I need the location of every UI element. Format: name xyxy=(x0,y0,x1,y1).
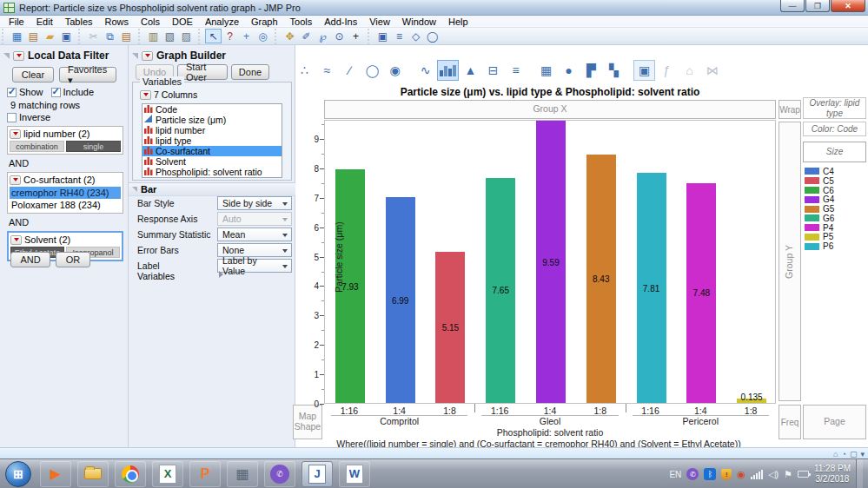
save-icon[interactable]: ▣ xyxy=(58,29,75,43)
home-status-icon[interactable]: ⌂ xyxy=(833,450,838,458)
and-button[interactable]: AND xyxy=(10,252,50,267)
menu-item-analyze[interactable]: Analyze xyxy=(199,16,245,28)
arrow-tool-icon[interactable]: ↖ xyxy=(205,29,222,43)
red-triangle-menu-icon[interactable] xyxy=(10,175,21,185)
calculator-icon[interactable]: ▦ xyxy=(227,461,258,487)
plot-area[interactable]: 7.936.995.157.659.598.437.817.480.135 xyxy=(324,120,776,404)
legend-item-c5[interactable]: C5 xyxy=(805,176,865,186)
red-triangle-menu-icon[interactable] xyxy=(10,235,22,245)
menu-item-rows[interactable]: Rows xyxy=(99,16,136,28)
show-desktop-button[interactable] xyxy=(856,459,863,488)
page-status-icon[interactable]: ▢ xyxy=(850,450,858,458)
annotate-text-icon[interactable]: ▣ xyxy=(374,29,391,43)
language-indicator[interactable]: EN xyxy=(669,470,681,479)
target-tool-icon[interactable]: ◎ xyxy=(255,29,271,43)
ellipse-icon[interactable]: ◯ xyxy=(361,60,383,81)
overlay-zone[interactable]: Overlay: lipid type xyxy=(803,97,866,119)
caption-box-icon[interactable]: ▣ xyxy=(633,60,655,81)
journal-save-icon[interactable]: ▨ xyxy=(178,29,195,43)
map-shape-icon[interactable]: ⌂ xyxy=(679,60,700,81)
lasso-tool-icon[interactable]: ℘ xyxy=(315,29,331,43)
menu-item-tools[interactable]: Tools xyxy=(284,16,319,28)
line-of-fit-icon[interactable]: ∕ xyxy=(339,60,361,81)
jmp-icon[interactable]: J xyxy=(301,461,333,487)
menu-item-edit[interactable]: Edit xyxy=(30,16,59,28)
start-over-button[interactable]: Start Over xyxy=(177,64,228,80)
inverse-checkbox[interactable] xyxy=(7,113,17,122)
or-button[interactable]: OR xyxy=(56,252,90,267)
map-shape-zone[interactable]: Map Shape xyxy=(293,405,322,439)
pie-chart-icon[interactable]: ● xyxy=(558,60,580,81)
smoother-icon[interactable]: ≈ xyxy=(316,60,338,81)
journal-page-icon[interactable]: ▥ xyxy=(145,29,162,43)
cut-icon[interactable]: ✂ xyxy=(85,29,102,43)
dropdown-label[interactable]: Label by Value xyxy=(217,259,292,273)
bar-section-header[interactable]: Bar xyxy=(129,182,295,196)
bar-g6[interactable]: 7.65 xyxy=(486,178,515,403)
mosaic-icon[interactable]: ▚ xyxy=(603,60,625,81)
group-y-zone[interactable]: Group Y xyxy=(779,122,801,401)
bar-c5[interactable]: 5.15 xyxy=(435,252,465,404)
excel-icon[interactable]: X xyxy=(152,461,183,487)
column-item-co-surfactant[interactable]: Co-surfactant xyxy=(142,146,282,156)
column-item-lipid-number[interactable]: lipid number xyxy=(142,125,282,135)
legend-item-c6[interactable]: C6 xyxy=(805,186,865,195)
contour-icon[interactable]: ◉ xyxy=(384,60,406,81)
menu-item-view[interactable]: View xyxy=(363,16,396,28)
grabber-tool-icon[interactable]: ✥ xyxy=(282,29,298,43)
menu-item-graph[interactable]: Graph xyxy=(245,16,284,28)
area-chart-icon[interactable]: ▲ xyxy=(460,60,481,81)
column-item-code[interactable]: Code xyxy=(142,104,282,115)
favorites-button[interactable]: Favorites ▾ xyxy=(59,67,116,82)
column-item-phospholipid--solvent-ratio[interactable]: Phospholipid: solvent ratio xyxy=(142,167,282,177)
filter-option-poloxamer-188--234-[interactable]: Poloxamer 188 (234) xyxy=(10,199,121,211)
red-triangle-menu-icon[interactable] xyxy=(140,90,151,100)
journal-bind-icon[interactable]: ▧ xyxy=(162,29,178,43)
heatmap-icon[interactable]: ▦ xyxy=(535,60,557,81)
legend-item-p6[interactable]: P6 xyxy=(805,241,865,251)
annotate-polygon-icon[interactable]: ◇ xyxy=(407,29,424,43)
menu-item-tables[interactable]: Tables xyxy=(59,16,99,28)
viber-icon[interactable]: ✆ xyxy=(264,461,295,487)
action-center-flag-icon[interactable]: ⚑ xyxy=(784,469,792,480)
dropdown-bar-style[interactable]: Side by side xyxy=(217,196,292,210)
copy-icon[interactable]: ⧉ xyxy=(102,29,118,43)
red-triangle-menu-icon[interactable] xyxy=(142,51,153,61)
annotate-line-icon[interactable]: ≡ xyxy=(391,29,407,43)
explorer-icon[interactable] xyxy=(77,461,109,487)
legend-item-p4[interactable]: P4 xyxy=(805,223,865,233)
include-checkbox[interactable] xyxy=(51,88,61,97)
red-triangle-menu-icon[interactable] xyxy=(10,129,21,139)
bar-g4[interactable]: 9.59 xyxy=(536,121,566,403)
viber-tray-icon[interactable]: ✆ xyxy=(686,468,699,480)
show-checkbox[interactable] xyxy=(7,88,17,97)
security-shield-icon[interactable]: ! xyxy=(721,469,732,480)
color-zone[interactable]: Color: Code xyxy=(803,122,866,136)
new-data-table-icon[interactable]: ▦ xyxy=(9,29,25,43)
restore-button[interactable]: ❐ xyxy=(805,0,830,12)
taskbar-clock[interactable]: 11:28 PM3/2/2018 xyxy=(814,464,851,485)
word-icon[interactable]: W xyxy=(339,461,370,487)
filter-option-combination[interactable]: combination xyxy=(10,141,64,152)
collapse-triangle-icon[interactable] xyxy=(3,53,10,59)
column-item-lipid-type[interactable]: lipid type xyxy=(142,135,282,146)
variables-expander-icon[interactable] xyxy=(219,271,223,278)
box-plot-icon[interactable]: ⊟ xyxy=(482,60,504,81)
bar-c4[interactable]: 6.99 xyxy=(386,197,415,403)
collapse-triangle-icon[interactable] xyxy=(132,53,138,59)
bar-g5[interactable]: 8.43 xyxy=(586,155,616,403)
close-button[interactable]: ✕ xyxy=(831,0,865,12)
chrome-icon[interactable] xyxy=(115,461,146,487)
size-zone[interactable]: Size xyxy=(803,142,866,162)
line-chart-icon[interactable]: ∿ xyxy=(414,60,436,81)
red-triangle-menu-icon[interactable] xyxy=(13,51,24,61)
start-button[interactable]: ⊞ xyxy=(5,461,31,487)
menu-item-help[interactable]: Help xyxy=(442,16,474,28)
open-icon[interactable]: ▰ xyxy=(42,29,58,43)
menu-item-addins[interactable]: Add-Ins xyxy=(318,16,363,28)
done-button[interactable]: Done xyxy=(231,64,269,80)
crosshair-tool-icon[interactable]: + xyxy=(238,29,255,43)
status-dropdown-icon[interactable]: ▾ xyxy=(860,450,865,458)
menu-item-doe[interactable]: DOE xyxy=(166,16,199,28)
treemap-icon[interactable]: ▛ xyxy=(580,60,602,81)
